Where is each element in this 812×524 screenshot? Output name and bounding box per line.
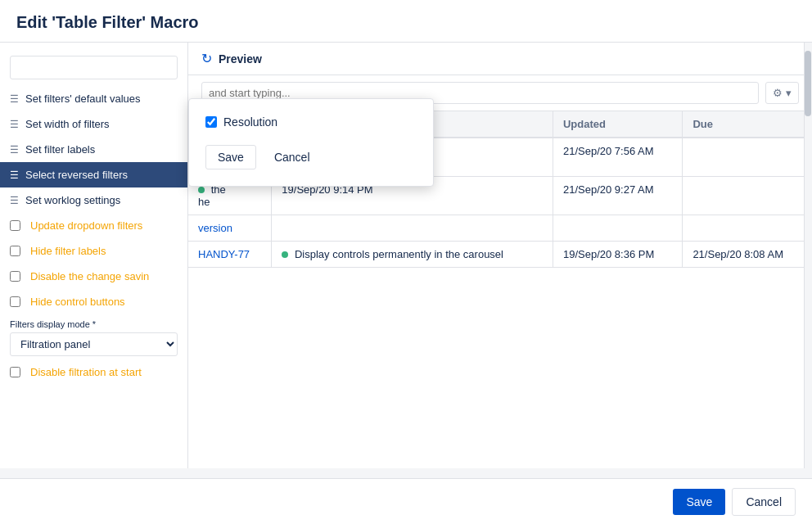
modal-actions: Save Cancel [205, 145, 417, 169]
resolution-checkbox[interactable] [205, 116, 217, 128]
modal-cancel-button[interactable]: Cancel [263, 145, 322, 169]
modal-save-button[interactable]: Save [205, 145, 256, 169]
resolution-label: Resolution [223, 115, 277, 129]
modal-popup: Resolution Save Cancel [188, 98, 434, 187]
modal-overlay: Resolution Save Cancel [0, 0, 812, 524]
modal-checkbox-row: Resolution [205, 115, 417, 129]
